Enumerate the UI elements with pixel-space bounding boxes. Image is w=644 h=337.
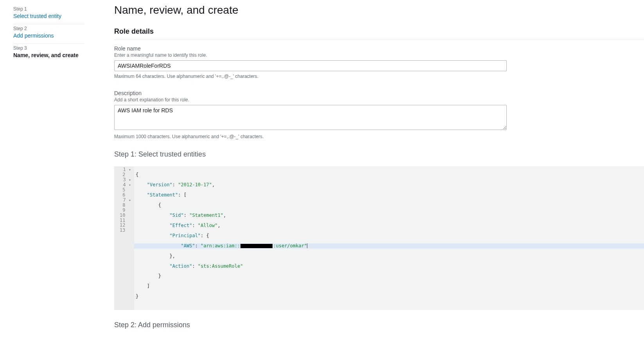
code-token: "Action" xyxy=(170,263,192,269)
code-gutter: 1 ▾ 2 3 ▾ 4 ▾ 5 6 7 ▾ 8 9 10 11 12 13 xyxy=(114,166,134,310)
step-3-block: Step 3 Name, review, and create xyxy=(13,44,84,63)
step-3-number: Step 3 xyxy=(13,45,84,51)
role-name-hint: Enter a meaningful name to identify this… xyxy=(114,52,507,58)
role-name-input[interactable] xyxy=(114,60,507,71)
role-name-field-block: Role name Enter a meaningful name to ide… xyxy=(114,45,507,79)
code-token: "sts:AssumeRole" xyxy=(198,263,243,269)
description-field-block: Description Add a short explanation for … xyxy=(114,90,507,139)
step-1-trusted-entities-heading: Step 1: Select trusted entities xyxy=(114,150,644,159)
main-content: Name, review, and create Role details Ro… xyxy=(91,0,644,337)
code-token: "Sid" xyxy=(170,213,184,218)
page-title: Name, review, and create xyxy=(114,4,644,16)
code-token: "AWS" xyxy=(181,243,195,249)
code-token: "Statement" xyxy=(147,192,178,198)
description-hint: Add a short explanation for this role. xyxy=(114,97,507,103)
code-token: "Statement1" xyxy=(189,213,223,218)
code-body[interactable]: { "Version": "2012-10-17", "Statement": … xyxy=(134,166,644,310)
step-2-block: Step 2 Add permissions xyxy=(13,24,84,44)
description-constraint: Maximum 1000 characters. Use alphanumeri… xyxy=(114,134,507,139)
step-2-number: Step 2 xyxy=(13,26,84,31)
description-label: Description xyxy=(114,90,507,96)
step-1-block: Step 1 Select trusted entity xyxy=(13,5,84,24)
role-name-constraint: Maximum 64 characters. Use alphanumeric … xyxy=(114,74,507,79)
role-details-heading: Role details xyxy=(114,27,644,40)
step-3-link[interactable]: Name, review, and create xyxy=(13,52,84,58)
description-textarea[interactable] xyxy=(114,105,507,130)
code-token: "Version" xyxy=(147,182,172,187)
code-token: "Effect" xyxy=(170,223,192,228)
code-token: { xyxy=(136,172,138,177)
editor-cursor xyxy=(307,243,307,248)
wizard-steps-sidebar: Step 1 Select trusted entity Step 2 Add … xyxy=(0,0,91,337)
code-token: "2012-10-17" xyxy=(178,182,212,187)
code-token: "Principal" xyxy=(170,233,201,238)
code-token: :user/omkar" xyxy=(273,243,307,249)
role-name-label: Role name xyxy=(114,45,507,52)
code-token: "arn:aws:iam:: xyxy=(201,243,240,249)
step-1-number: Step 1 xyxy=(13,6,84,12)
code-token: "Allow" xyxy=(198,223,218,228)
trust-policy-editor[interactable]: 1 ▾ 2 3 ▾ 4 ▾ 5 6 7 ▾ 8 9 10 11 12 13 { … xyxy=(114,166,644,310)
step-2-link[interactable]: Add permissions xyxy=(13,32,84,39)
step-1-link[interactable]: Select trusted entity xyxy=(13,13,84,19)
step-2-add-permissions-heading: Step 2: Add permissions xyxy=(114,321,644,329)
redacted-account-id xyxy=(240,244,273,248)
